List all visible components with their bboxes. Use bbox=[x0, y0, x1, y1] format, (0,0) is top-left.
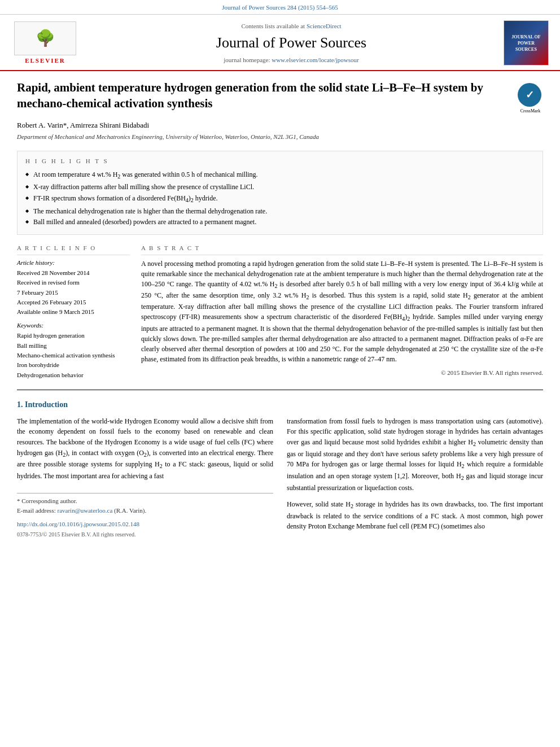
elsevier-logo: 🌳 ELSEVIER bbox=[11, 21, 79, 65]
highlight-text-5: Ball milled and annealed (desorbed) powd… bbox=[33, 218, 256, 226]
email-footnote: E-mail address: ravarin@uwaterloo.ca (R.… bbox=[17, 506, 273, 515]
section-divider-1 bbox=[17, 390, 543, 390]
intro-left-text: The implementation of the world-wide Hyd… bbox=[17, 416, 273, 482]
email-label: E-mail address: bbox=[17, 507, 56, 514]
crossmark-badge: ✓ CrossMark bbox=[518, 83, 543, 108]
keyword-5: Dehydrogenation behavior bbox=[17, 371, 130, 379]
journal-cover-image: JOURNAL OFPOWERSOURCES bbox=[504, 20, 549, 65]
corresponding-author-note: * Corresponding author. bbox=[17, 497, 273, 505]
science-direct-label: Contents lists available at ScienceDirec… bbox=[90, 22, 492, 30]
intro-right-text-1: transformation from fossil fuels to hydr… bbox=[287, 416, 543, 493]
elsevier-logo-image: 🌳 bbox=[14, 21, 76, 55]
keywords-label: Keywords: bbox=[17, 321, 130, 330]
article-history: Article history: Received 28 November 20… bbox=[17, 259, 130, 317]
highlight-item-1: At room temperature 4 wt.% H2 was genera… bbox=[25, 170, 535, 181]
contents-available-text: Contents lists available at bbox=[241, 23, 305, 29]
intro-left-col: The implementation of the world-wide Hyd… bbox=[17, 416, 273, 539]
article-info-col: A R T I C L E I N F O Article history: R… bbox=[17, 244, 130, 381]
copyright-footer: 0378-7753/© 2015 Elsevier B.V. All right… bbox=[17, 531, 273, 539]
abstract-text: A novel processing method promoting a ra… bbox=[141, 259, 543, 364]
history-item-5: Available online 9 March 2015 bbox=[17, 308, 130, 316]
keyword-3: Mechano-chemical activation synthesis bbox=[17, 351, 130, 360]
journal-header: 🌳 ELSEVIER Contents lists available at S… bbox=[0, 15, 560, 71]
affiliation-line: Department of Mechanical and Mechatronic… bbox=[17, 133, 543, 141]
journal-title-header: Journal of Power Sources bbox=[90, 33, 492, 53]
email-suffix: (R.A. Varin). bbox=[114, 507, 146, 514]
homepage-label: journal homepage: bbox=[224, 56, 270, 63]
crossmark-circle: ✓ bbox=[518, 83, 541, 107]
authors-line: Robert A. Varin*, Amirreza Shirani Bidab… bbox=[17, 120, 543, 130]
page-wrapper: Journal of Power Sources 284 (2015) 554–… bbox=[0, 0, 560, 747]
science-direct-link[interactable]: ScienceDirect bbox=[307, 23, 342, 29]
article-info-label: A R T I C L E I N F O bbox=[17, 244, 130, 255]
article-title-section: Rapid, ambient temperature hydrogen gene… bbox=[17, 80, 543, 116]
journal-center-header: Contents lists available at ScienceDirec… bbox=[79, 22, 504, 64]
highlight-text-4: The mechanical dehydrogenation rate is h… bbox=[33, 207, 267, 215]
highlight-text-3: FT-IR spectrum shows formation of a diso… bbox=[33, 194, 218, 202]
footnote-area: * Corresponding author. E-mail address: … bbox=[17, 493, 273, 516]
article-info-abstract: A R T I C L E I N F O Article history: R… bbox=[17, 244, 543, 381]
introduction-body: The implementation of the world-wide Hyd… bbox=[17, 416, 543, 539]
highlight-text-2: X-ray diffraction patterns after ball mi… bbox=[33, 183, 254, 191]
highlight-item-2: X-ray diffraction patterns after ball mi… bbox=[25, 182, 535, 192]
elsevier-brand-text: ELSEVIER bbox=[25, 56, 65, 65]
history-item-4: Accepted 26 February 2015 bbox=[17, 298, 130, 307]
homepage-url[interactable]: www.elsevier.com/locate/jpowsour bbox=[272, 56, 358, 63]
abstract-copyright: © 2015 Elsevier B.V. All rights reserved… bbox=[141, 369, 543, 377]
journal-citation-bar: Journal of Power Sources 284 (2015) 554–… bbox=[0, 0, 560, 15]
keyword-4: Iron borohydride bbox=[17, 361, 130, 369]
article-history-label: Article history: bbox=[17, 259, 130, 267]
doi-text: http://dx.doi.org/10.1016/j.jpowsour.201… bbox=[17, 521, 139, 527]
keyword-2: Ball milling bbox=[17, 342, 130, 350]
keywords-section: Keywords: Rapid hydrogen generation Ball… bbox=[17, 321, 130, 379]
journal-cover-text: JOURNAL OFPOWERSOURCES bbox=[511, 34, 540, 53]
journal-citation-text: Journal of Power Sources 284 (2015) 554–… bbox=[222, 4, 338, 11]
history-item-2: Received in revised form bbox=[17, 278, 130, 287]
abstract-label: A B S T R A C T bbox=[141, 244, 543, 255]
journal-homepage-line: journal homepage: www.elsevier.com/locat… bbox=[90, 56, 492, 64]
email-link[interactable]: ravarin@uwaterloo.ca bbox=[57, 507, 112, 514]
introduction-heading: 1. Introduction bbox=[17, 399, 543, 410]
history-item-3: 7 February 2015 bbox=[17, 289, 130, 297]
keyword-1: Rapid hydrogen generation bbox=[17, 331, 130, 340]
crossmark-icon: ✓ bbox=[526, 88, 534, 102]
article-title: Rapid, ambient temperature hydrogen gene… bbox=[17, 80, 509, 111]
authors-text: Robert A. Varin*, Amirreza Shirani Bidab… bbox=[17, 121, 149, 129]
highlights-section: H I G H L I G H T S At room temperature … bbox=[17, 151, 543, 235]
main-content: Rapid, ambient temperature hydrogen gene… bbox=[0, 71, 560, 550]
intro-right-col: transformation from fossil fuels to hydr… bbox=[287, 416, 543, 539]
elsevier-tree-icon: 🌳 bbox=[36, 30, 55, 46]
highlight-text-1: At room temperature 4 wt.% H2 was genera… bbox=[33, 171, 258, 178]
highlight-item-3: FT-IR spectrum shows formation of a diso… bbox=[25, 194, 535, 204]
highlight-item-4: The mechanical dehydrogenation rate is h… bbox=[25, 207, 535, 216]
abstract-col: A B S T R A C T A novel processing metho… bbox=[141, 244, 543, 381]
highlights-title: H I G H L I G H T S bbox=[25, 157, 535, 165]
history-item-1: Received 28 November 2014 bbox=[17, 269, 130, 277]
crossmark-label: CrossMark bbox=[518, 108, 543, 114]
introduction-section: 1. Introduction The implementation of th… bbox=[17, 399, 543, 539]
intro-right-text-2: However, solid state H2 storage in hydri… bbox=[287, 499, 543, 532]
highlight-item-5: Ball milled and annealed (desorbed) powd… bbox=[25, 217, 535, 227]
doi-link[interactable]: http://dx.doi.org/10.1016/j.jpowsour.201… bbox=[17, 520, 273, 528]
